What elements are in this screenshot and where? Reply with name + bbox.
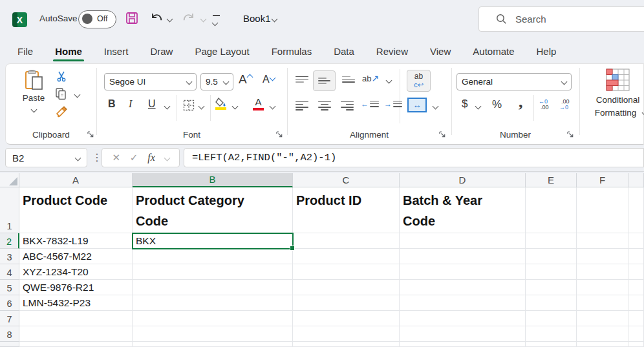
comma-button[interactable]: , <box>519 92 523 112</box>
column-header-f[interactable]: F <box>577 173 628 187</box>
currency-chevron[interactable] <box>475 103 482 110</box>
column-header-g[interactable] <box>628 173 644 187</box>
row-header-3[interactable]: 3 <box>0 249 19 264</box>
column-header-a[interactable]: A <box>19 173 133 187</box>
name-box-chevron[interactable] <box>75 154 81 161</box>
cell-a6[interactable]: LMN-5432-P23 <box>19 295 133 311</box>
top-align-button[interactable] <box>295 74 308 84</box>
font-dialog-launcher[interactable] <box>276 131 283 138</box>
row-header-4[interactable]: 4 <box>0 264 19 280</box>
row-header-8[interactable]: 8 <box>0 326 19 342</box>
borders-button[interactable] <box>183 100 195 111</box>
increase-decimal-button[interactable]: ←0 .00 <box>539 99 549 110</box>
increase-indent-button[interactable]: → <box>384 99 402 109</box>
tab-draw[interactable]: Draw <box>150 46 173 57</box>
cell-a4[interactable]: XYZ-1234-T20 <box>19 264 133 280</box>
format-painter-button[interactable] <box>56 105 68 118</box>
tab-page-layout[interactable]: Page Layout <box>195 46 249 57</box>
tab-view[interactable]: View <box>430 46 451 57</box>
row-header-6[interactable]: 6 <box>0 295 19 311</box>
merge-center-chevron[interactable] <box>433 103 439 110</box>
row-header-5[interactable]: 5 <box>0 280 19 295</box>
middle-align-button[interactable] <box>313 70 336 91</box>
column-header-c[interactable]: C <box>293 173 400 187</box>
align-left-button[interactable] <box>295 100 308 112</box>
select-all-button[interactable] <box>0 173 19 187</box>
customize-quick-access-button[interactable] <box>213 15 220 28</box>
row-header-9[interactable] <box>0 342 19 347</box>
clipboard-dialog-launcher[interactable] <box>87 131 94 138</box>
font-color-button[interactable]: A <box>253 96 264 110</box>
orientation-button[interactable]: ab↗ <box>362 73 379 83</box>
workbook-title-chevron[interactable] <box>272 16 278 23</box>
tab-file[interactable]: File <box>17 46 33 57</box>
cell-b1[interactable]: Product Category Code <box>133 187 293 233</box>
align-right-button[interactable] <box>341 100 354 112</box>
currency-button[interactable]: $ <box>462 98 467 110</box>
copy-button[interactable] <box>55 87 67 100</box>
fx-chevron[interactable] <box>164 154 170 161</box>
undo-button[interactable] <box>148 10 164 26</box>
cell-c1[interactable]: Product ID <box>293 187 400 233</box>
tab-home[interactable]: Home <box>55 46 82 57</box>
column-header-e[interactable]: E <box>526 173 577 187</box>
tab-help[interactable]: Help <box>537 46 557 57</box>
workbook-title[interactable]: Book1 <box>243 13 271 24</box>
decrease-decimal-button[interactable]: .00 →0 <box>559 99 570 110</box>
cancel-icon[interactable]: ✕ <box>112 152 120 163</box>
number-dialog-launcher[interactable] <box>567 131 574 138</box>
tab-formulas[interactable]: Formulas <box>272 46 312 57</box>
align-center-button[interactable] <box>318 100 331 112</box>
autosave-toggle[interactable]: Off <box>78 10 116 28</box>
row-header-7[interactable]: 7 <box>0 311 19 326</box>
font-name-select[interactable]: Segoe UI <box>104 73 197 90</box>
underline-button[interactable]: U <box>148 98 156 110</box>
row-header-1[interactable]: 1 <box>0 187 19 233</box>
merge-center-button[interactable]: ↔ <box>407 98 427 112</box>
insert-function-icon[interactable]: fx <box>147 152 155 163</box>
name-box[interactable]: B2 <box>5 148 87 167</box>
decrease-font-button[interactable]: A <box>263 74 275 85</box>
tab-review[interactable]: Review <box>376 46 408 57</box>
fill-color-button[interactable] <box>215 98 227 110</box>
borders-dropdown-chevron[interactable] <box>199 103 205 110</box>
column-header-b[interactable]: B <box>133 173 293 187</box>
cell-a1[interactable]: Product Code <box>19 187 133 233</box>
cell-a3[interactable]: ABC-4567-M22 <box>19 249 133 264</box>
increase-font-button[interactable]: A <box>239 72 252 87</box>
fill-color-chevron[interactable] <box>232 103 239 110</box>
formula-input[interactable]: =LEFT(A2,FIND("-",A2)-1) <box>184 148 644 167</box>
cell-a2[interactable]: BKX-7832-L19 <box>19 233 133 249</box>
drag-dots-icon[interactable]: ⋮ <box>92 151 102 163</box>
paste-dropdown-chevron[interactable] <box>30 107 37 113</box>
tab-insert[interactable]: Insert <box>104 46 129 57</box>
orientation-chevron[interactable] <box>386 78 392 84</box>
bottom-align-button[interactable] <box>342 74 355 84</box>
undo-dropdown-chevron[interactable] <box>167 16 173 23</box>
column-header-d[interactable]: D <box>400 173 526 187</box>
cell-c2[interactable] <box>293 233 400 249</box>
wrap-text-button[interactable]: ab c↩ <box>407 70 431 92</box>
cell-e1[interactable] <box>526 187 577 233</box>
font-size-select[interactable]: 9.5 <box>200 73 233 90</box>
cell-b2-selected[interactable]: BKX <box>133 233 293 249</box>
font-color-chevron[interactable] <box>270 103 276 110</box>
cell-d1[interactable]: Batch & Year Code <box>400 187 526 233</box>
cut-button[interactable] <box>56 70 67 82</box>
tab-automate[interactable]: Automate <box>473 46 514 57</box>
save-button[interactable] <box>125 11 139 25</box>
number-format-select[interactable]: General <box>456 73 572 90</box>
row-header-2[interactable]: 2 <box>0 233 19 249</box>
percent-button[interactable]: % <box>492 98 502 111</box>
search-box[interactable]: Search <box>478 6 644 32</box>
tab-data[interactable]: Data <box>334 46 354 57</box>
cell-a5[interactable]: QWE-9876-R21 <box>19 280 133 295</box>
paste-button[interactable]: Paste <box>19 69 48 114</box>
alignment-dialog-launcher[interactable] <box>439 131 446 138</box>
bold-button[interactable]: B <box>108 98 116 110</box>
cell-f1[interactable] <box>577 187 628 233</box>
decrease-indent-button[interactable]: ← <box>361 99 379 109</box>
cell-d2[interactable] <box>400 233 526 249</box>
excel-app-icon[interactable]: X <box>12 12 27 27</box>
underline-dropdown-chevron[interactable] <box>164 103 171 110</box>
